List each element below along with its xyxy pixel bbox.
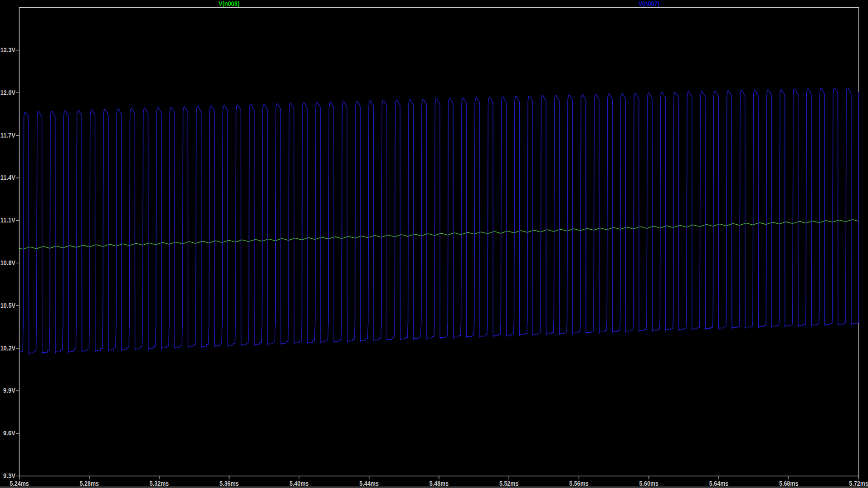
- svg-text:5.52ms: 5.52ms: [499, 479, 519, 487]
- svg-text:5.48ms: 5.48ms: [429, 479, 449, 487]
- svg-text:5.24ms: 5.24ms: [10, 479, 29, 487]
- svg-text:5.68ms: 5.68ms: [779, 479, 799, 487]
- svg-text:9.6V: 9.6V: [3, 429, 15, 437]
- svg-text:11.7V: 11.7V: [0, 131, 15, 139]
- svg-text:V(n008): V(n008): [219, 0, 239, 7]
- svg-text:10.8V: 10.8V: [0, 259, 15, 266]
- svg-text:12.0V: 12.0V: [0, 89, 15, 96]
- svg-text:12.3V: 12.3V: [0, 46, 15, 54]
- svg-text:V(n007): V(n007): [639, 0, 659, 7]
- svg-text:10.2V: 10.2V: [0, 344, 15, 352]
- svg-text:9.9V: 9.9V: [3, 386, 15, 394]
- svg-text:5.64ms: 5.64ms: [709, 479, 729, 487]
- svg-text:5.72ms: 5.72ms: [849, 479, 868, 487]
- svg-text:9.3V: 9.3V: [3, 472, 15, 479]
- svg-text:5.56ms: 5.56ms: [569, 479, 589, 487]
- svg-text:5.44ms: 5.44ms: [360, 479, 379, 487]
- svg-text:11.4V: 11.4V: [0, 173, 15, 181]
- svg-text:5.40ms: 5.40ms: [289, 479, 309, 487]
- svg-text:5.32ms: 5.32ms: [150, 479, 169, 487]
- svg-text:5.60ms: 5.60ms: [639, 479, 659, 487]
- svg-text:5.36ms: 5.36ms: [219, 479, 239, 487]
- svg-text:11.1V: 11.1V: [0, 216, 15, 224]
- svg-text:5.28ms: 5.28ms: [80, 479, 99, 487]
- svg-text:10.5V: 10.5V: [0, 301, 15, 309]
